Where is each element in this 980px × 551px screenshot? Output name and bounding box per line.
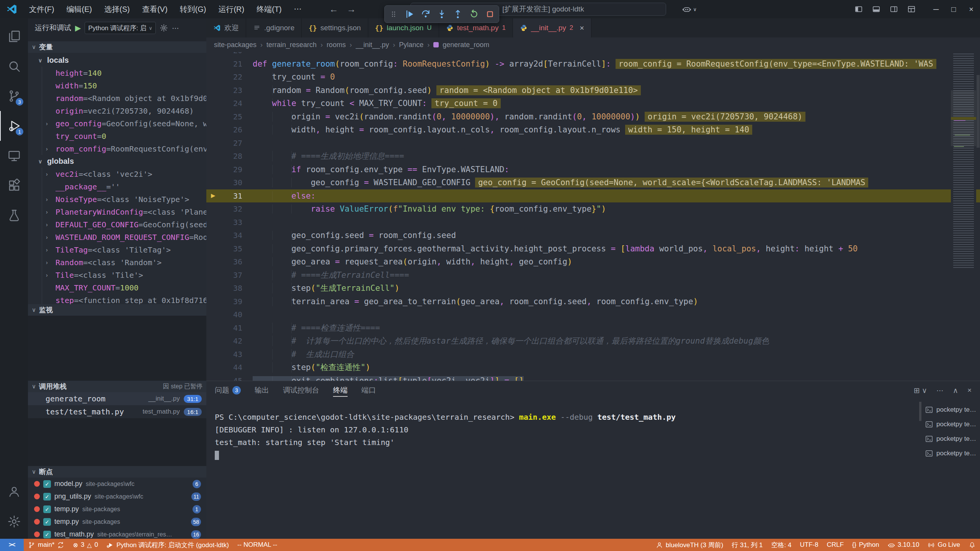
terminal-session-item[interactable]: pocketpy te… — [922, 432, 980, 446]
activity-item-explorer[interactable] — [0, 21, 28, 51]
breakpoint-row[interactable]: ✓test_math.pysite-packages\terrain_res…1… — [28, 528, 206, 539]
tab-__init__.py[interactable]: __init__.py2× — [513, 18, 591, 37]
line-number[interactable]: 43 — [206, 350, 242, 359]
menu-item[interactable]: 运行(R) — [214, 3, 249, 16]
status-vim-mode[interactable]: -- NORMAL -- — [233, 539, 281, 551]
variable-row[interactable]: width = 150 — [28, 79, 206, 92]
menu-item[interactable]: 编辑(E) — [62, 3, 97, 16]
variable-row[interactable]: ›DEFAULT_GEO_CONFIG = GeoConfig(seed=1 — [28, 218, 206, 231]
close-icon[interactable]: × — [967, 386, 972, 395]
terminal-scrollbar[interactable] — [919, 399, 922, 539]
panel-tab-输出[interactable]: 输出 — [255, 381, 269, 399]
minimap[interactable] — [951, 52, 976, 381]
callstack-frame[interactable]: test/test_math.pytest_math.py16:1 — [28, 405, 206, 418]
line-number[interactable]: 25 — [206, 112, 242, 121]
activity-item-settings[interactable] — [0, 507, 28, 536]
line-number[interactable]: 32 — [206, 204, 242, 214]
tab-.gdignore[interactable]: .gdignore — [246, 18, 302, 37]
menu-item[interactable]: 查看(V) — [137, 3, 172, 16]
status-problems[interactable]: ⊗3△0 — [69, 539, 102, 551]
variable-row[interactable]: ›Tile = <class 'Tile'> — [28, 269, 206, 281]
breakpoint-checkbox[interactable]: ✓ — [43, 480, 51, 488]
breadcrumb-item[interactable]: rooms — [327, 41, 346, 49]
line-number[interactable]: 26 — [206, 125, 242, 134]
menu-item[interactable]: 终端(T) — [252, 3, 286, 16]
line-number[interactable]: 30 — [206, 178, 242, 187]
menu-item[interactable]: 转到(G) — [175, 3, 211, 16]
activity-item-source-control[interactable]: 3 — [0, 81, 28, 111]
close-icon[interactable]: × — [580, 24, 584, 33]
breakpoint-checkbox[interactable]: ✓ — [43, 518, 51, 526]
variable-row[interactable]: ›geo_config = GeoConfig(seed=None, world… — [28, 117, 206, 130]
more-actions-icon[interactable]: ⋯ — [172, 24, 179, 33]
line-number[interactable]: 34 — [206, 231, 242, 240]
restart-button[interactable] — [469, 9, 479, 19]
variables-section-header[interactable]: ∨ 变量 — [28, 41, 206, 53]
line-number[interactable]: 23 — [206, 86, 242, 95]
activity-item-testing[interactable] — [0, 201, 28, 230]
variable-row[interactable]: step = <function step at 0x1bf8d716d — [28, 294, 206, 304]
variable-row[interactable]: MAX_TRY_COUNT = 1000 — [28, 281, 206, 294]
breadcrumb-item[interactable]: terrain_research — [266, 41, 317, 49]
pane-left-icon[interactable] — [854, 5, 863, 13]
status-git-blame[interactable]: blueloveTH (3 周前) — [652, 539, 727, 551]
status-git-branch[interactable]: main* — [24, 539, 69, 551]
activity-item-account[interactable] — [0, 477, 28, 507]
line-number[interactable]: 35 — [206, 244, 242, 253]
pane-right-icon[interactable] — [890, 5, 898, 13]
stop-button[interactable] — [485, 9, 495, 19]
menu-more[interactable]: ⋯ — [289, 3, 306, 16]
status-language-mode[interactable]: {}Python — [848, 539, 884, 551]
variable-row[interactable]: ›room_config = RoomRequestConfig(env_typ… — [28, 142, 206, 155]
assistant-menu[interactable]: ∨ — [682, 5, 697, 14]
line-number[interactable]: 45 — [206, 376, 242, 381]
breadcrumb-item[interactable]: site-packages — [214, 41, 256, 49]
line-number[interactable]: 20 — [206, 52, 242, 55]
breadcrumb-item[interactable]: Pylance — [399, 41, 423, 49]
line-number[interactable]: 29 — [206, 165, 242, 174]
variable-row[interactable]: ›PlanetaryWindConfig = <class 'Planeta — [28, 205, 206, 218]
status-cursor-position[interactable]: 行 31, 列 1 — [727, 539, 767, 551]
maximize-button[interactable]: □ — [945, 5, 962, 14]
line-number[interactable]: 44 — [206, 363, 242, 372]
breadcrumb-item[interactable]: generate_room — [443, 41, 489, 49]
variable-row[interactable]: ›NoiseType = <class 'NoiseType'> — [28, 193, 206, 205]
tab-settings.json[interactable]: {}settings.json — [302, 18, 368, 37]
callstack-section-header[interactable]: ∨ 调用堆栈 因 step 已暂停 — [28, 381, 206, 392]
variable-row[interactable]: height = 140 — [28, 67, 206, 79]
terminal[interactable]: PS C:\computer_science\godot-ldtk\site-p… — [206, 399, 919, 539]
line-number[interactable]: 36 — [206, 257, 242, 266]
menu-item[interactable]: 文件(F) — [24, 3, 59, 16]
breakpoints-section-header[interactable]: ∨ 断点 — [28, 466, 206, 478]
nav-back-icon[interactable]: ← — [329, 4, 338, 15]
variable-row[interactable]: ∨locals — [28, 54, 206, 67]
activity-item-extensions[interactable] — [0, 171, 28, 201]
breakpoint-row[interactable]: ✓temp.pysite-packages1 — [28, 503, 206, 515]
terminal-session-item[interactable]: pocketpy te… — [922, 403, 980, 417]
line-number[interactable]: 40 — [206, 310, 242, 319]
grid-icon[interactable] — [907, 5, 916, 13]
gear-icon[interactable] — [160, 24, 168, 32]
activity-item-run-debug[interactable]: 1 — [0, 111, 28, 141]
status-indentation[interactable]: 空格: 4 — [767, 539, 796, 551]
activity-item-search[interactable] — [0, 51, 28, 81]
debug-config-dropdown[interactable]: Python 调试程序: 启∨ — [85, 22, 156, 34]
ellipsis-icon[interactable]: ⋯ — [936, 386, 944, 395]
breadcrumb[interactable]: site-packages›terrain_research›rooms›__i… — [206, 37, 980, 52]
line-number[interactable]: 37 — [206, 271, 242, 280]
variable-row[interactable]: ›vec2i = <class 'vec2i'> — [28, 168, 206, 180]
line-number[interactable]: 41 — [206, 323, 242, 333]
panel-tab-端口[interactable]: 端口 — [361, 381, 376, 399]
chevron-up-icon[interactable]: ∧ — [953, 386, 958, 395]
breakpoint-row[interactable]: ✓model.pysite-packages\wfc6 — [28, 478, 206, 490]
status-remote-indicator[interactable]: >< — [0, 539, 24, 551]
editor-scrollbar[interactable] — [976, 52, 980, 381]
variable-row[interactable]: ∨globals — [28, 155, 206, 168]
status-notifications[interactable] — [964, 539, 980, 551]
activity-item-remote-explorer[interactable] — [0, 141, 28, 171]
line-number[interactable]: 33 — [206, 218, 242, 227]
watch-section-header[interactable]: ∨ 监视 — [28, 304, 206, 316]
breakpoint-checkbox[interactable]: ✓ — [43, 493, 51, 500]
line-number[interactable]: 24 — [206, 99, 242, 108]
status-debug-session[interactable]: Python 调试程序: 启动文件 (godot-ldtk) — [102, 539, 233, 551]
